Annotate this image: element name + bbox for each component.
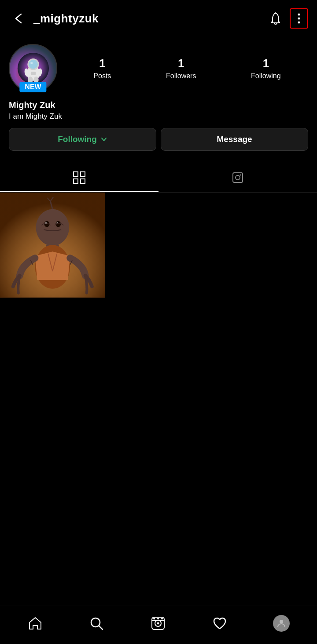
svg-point-40	[161, 618, 163, 620]
svg-point-18	[236, 175, 240, 180]
svg-point-38	[153, 618, 155, 620]
posts-label: Posts	[93, 72, 111, 80]
svg-point-36	[157, 622, 159, 625]
svg-rect-13	[74, 172, 78, 176]
header-right	[265, 8, 308, 29]
posts-stat[interactable]: 1 Posts	[93, 57, 111, 80]
followers-count: 1	[178, 57, 184, 70]
svg-rect-14	[81, 172, 85, 176]
following-label: Following	[251, 72, 281, 80]
header-title: _mightyzuk	[33, 12, 99, 25]
profile-avatar	[273, 615, 290, 632]
svg-point-1	[298, 18, 300, 20]
notification-button[interactable]	[265, 8, 286, 29]
action-buttons: Following Message	[9, 128, 308, 151]
avatar-container: NEW	[9, 44, 57, 92]
post-thumbnail[interactable]	[0, 193, 105, 298]
activity-nav-button[interactable]	[208, 612, 231, 635]
svg-point-6	[29, 59, 38, 69]
message-label: Message	[217, 135, 252, 144]
posts-grid	[0, 193, 317, 298]
following-stat[interactable]: 1 Following	[251, 57, 281, 80]
svg-rect-16	[81, 179, 85, 183]
stats-row: 1 Posts 1 Followers 1 Following	[66, 57, 308, 80]
following-count: 1	[263, 57, 269, 70]
svg-point-41	[280, 620, 283, 623]
home-nav-button[interactable]	[24, 612, 47, 635]
svg-line-33	[99, 626, 103, 630]
following-button[interactable]: Following	[9, 128, 156, 151]
header: _mightyzuk	[0, 0, 317, 37]
svg-point-19	[240, 175, 241, 176]
svg-rect-12	[30, 72, 35, 75]
message-button[interactable]: Message	[161, 128, 308, 151]
followers-label: Followers	[166, 72, 196, 80]
profile-bio: I am Mighty Zuk	[9, 112, 308, 121]
profile-top: NEW 1 Posts 1 Followers 1 Following	[9, 44, 308, 92]
posts-count: 1	[99, 57, 105, 70]
svg-point-2	[298, 22, 300, 24]
back-button[interactable]	[9, 9, 28, 28]
header-left: _mightyzuk	[9, 9, 99, 28]
reels-nav-button[interactable]	[147, 612, 170, 635]
grid-tab[interactable]	[0, 164, 158, 192]
svg-rect-15	[74, 179, 78, 183]
bottom-nav	[0, 605, 317, 644]
profile-info: Mighty Zuk I am Mighty Zuk	[9, 100, 308, 121]
search-nav-button[interactable]	[85, 612, 108, 635]
svg-point-22	[36, 209, 70, 246]
tagged-tab[interactable]	[158, 164, 317, 192]
followers-stat[interactable]: 1 Followers	[166, 57, 196, 80]
more-options-button[interactable]	[290, 8, 308, 29]
new-badge: NEW	[19, 82, 46, 92]
tabs	[0, 164, 317, 193]
following-label: Following	[58, 135, 97, 144]
svg-point-7	[30, 62, 33, 64]
profile-display-name: Mighty Zuk	[9, 100, 308, 110]
profile-nav-button[interactable]	[269, 611, 293, 635]
svg-rect-17	[233, 173, 243, 182]
svg-point-0	[298, 14, 300, 16]
profile-section: NEW 1 Posts 1 Followers 1 Following Migh…	[0, 37, 317, 164]
svg-point-39	[157, 618, 159, 620]
